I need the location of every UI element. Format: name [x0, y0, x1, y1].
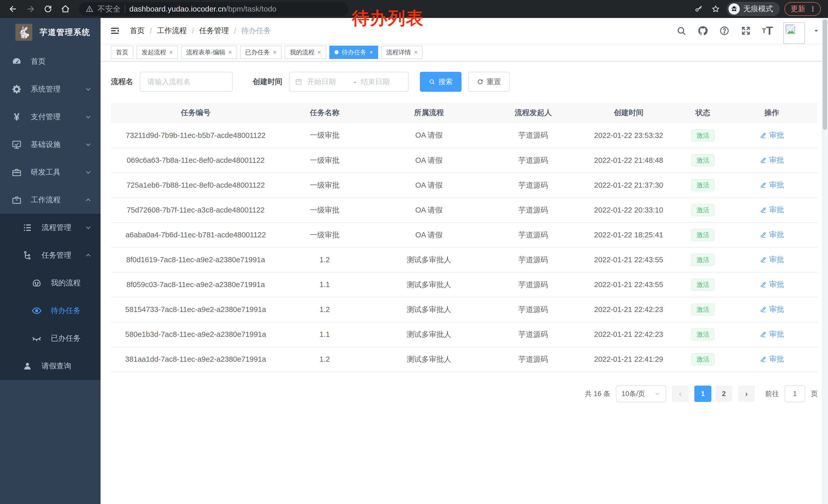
date-range-picker[interactable]: 开始日期 - 结束日期 — [289, 72, 409, 92]
cell-创建时间: 2022-01-21 22:42:23 — [577, 297, 680, 322]
browser-reload-icon[interactable] — [41, 2, 55, 16]
page-size-select[interactable]: 10条/页 — [616, 385, 666, 402]
tab-已办任务[interactable]: 已办任务× — [240, 46, 282, 59]
top-navbar: 首页/工作流程/任务管理/待办任务 TT — [100, 18, 828, 44]
approve-link[interactable]: 审批 — [759, 255, 784, 265]
approve-link[interactable]: 审批 — [759, 354, 784, 364]
table-row: a6aba0a4-7b6d-11ec-b781-acde48001122一级审批… — [111, 223, 818, 247]
browser-menu-kebab-icon[interactable] — [810, 6, 816, 12]
sidebar-item-我的流程[interactable]: 我的流程 — [0, 269, 100, 297]
sidebar-item-已办任务[interactable]: 已办任务 — [0, 325, 100, 352]
tab-close-icon[interactable]: × — [414, 49, 418, 55]
cell-status: 激活 — [680, 297, 726, 322]
goto-page-input[interactable] — [785, 385, 805, 402]
sidebar-item-label: 任务管理 — [42, 250, 71, 261]
page-button-2[interactable]: 2 — [715, 385, 732, 402]
github-icon[interactable] — [697, 25, 708, 36]
search-icon[interactable] — [676, 25, 687, 36]
avatar-caret-icon[interactable] — [813, 28, 819, 34]
cell-任务编号: 73211d9d-7b9b-11ec-b5b7-acde48001122 — [111, 123, 280, 148]
tab-close-icon[interactable]: × — [318, 49, 321, 55]
approve-link[interactable]: 审批 — [759, 130, 784, 140]
approve-link[interactable]: 审批 — [759, 155, 784, 165]
approve-link[interactable]: 审批 — [759, 180, 784, 190]
sidebar-item-任务管理[interactable]: 任务管理 — [0, 241, 100, 269]
filter-bar: 流程名 创建时间 开始日期 - 结束日期 搜索 — [111, 72, 818, 92]
sidebar-item-label: 流程管理 — [42, 223, 71, 233]
sidebar-collapse-icon[interactable] — [109, 25, 121, 36]
approve-link[interactable]: 审批 — [759, 304, 784, 315]
chevron-down-icon — [85, 113, 92, 121]
approve-link[interactable]: 审批 — [759, 205, 784, 215]
cell-status: 激活 — [680, 247, 726, 272]
breadcrumb-item-任务管理[interactable]: 任务管理 — [199, 26, 229, 36]
scrollbar[interactable] — [822, 18, 828, 504]
tab-首页[interactable]: 首页 — [111, 46, 133, 59]
sidebar-item-基础设施[interactable]: 基础设施 — [0, 131, 100, 158]
approve-link[interactable]: 审批 — [759, 230, 784, 240]
tab-流程详情[interactable]: 流程详情× — [381, 46, 423, 59]
browser-home-icon[interactable] — [58, 2, 73, 16]
total-count: 共 16 条 — [585, 389, 610, 398]
sidebar-item-请假查询[interactable]: 请假查询 — [0, 352, 100, 380]
approve-link[interactable]: 审批 — [759, 279, 784, 290]
cell-任务编号: 8f059c03-7ac8-11ec-a9e2-a2380e71991a — [111, 272, 280, 297]
table-row: 725a1eb6-7b88-11ec-8ef0-acde48001122一级审批… — [111, 173, 818, 198]
reset-button[interactable]: 重置 — [468, 72, 510, 92]
sidebar-item-工作流程[interactable]: 工作流程 — [0, 186, 100, 214]
cell-所属流程: OA 请假 — [369, 223, 489, 247]
tab-label: 已办任务 — [245, 48, 270, 56]
browser-forward-icon[interactable] — [23, 2, 38, 16]
sidebar-item-研发工具[interactable]: 研发工具 — [0, 158, 100, 186]
scrollbar-thumb[interactable] — [823, 19, 827, 130]
cell-任务编号: 069c6a63-7b8a-11ec-8ef0-acde48001122 — [111, 148, 280, 173]
bookmark-star-icon[interactable] — [709, 3, 722, 15]
help-icon[interactable] — [719, 25, 730, 36]
edit-pencil-icon — [759, 231, 767, 238]
cell-任务名称: 1.1 — [280, 272, 369, 297]
cell-任务名称: 一级审批 — [280, 198, 369, 223]
password-key-icon[interactable] — [693, 3, 705, 15]
cell-status: 激活 — [680, 148, 726, 173]
browser-back-icon[interactable] — [6, 2, 20, 16]
table-row: 069c6a63-7b8a-11ec-8ef0-acde48001122一级审批… — [111, 148, 818, 173]
search-button[interactable]: 搜索 — [420, 72, 461, 92]
cell-action: 审批 — [726, 297, 818, 322]
breadcrumb-item-工作流程[interactable]: 工作流程 — [157, 26, 187, 36]
tab-待办任务[interactable]: 待办任务× — [329, 46, 378, 59]
avatar[interactable] — [783, 22, 805, 44]
cell-status: 激活 — [680, 322, 726, 347]
cell-所属流程: OA 请假 — [369, 173, 489, 198]
sidebar-item-待办任务[interactable]: 待办任务 — [0, 297, 100, 325]
url-bar[interactable]: 不安全 dashboard.yudao.iocoder.cn/bpm/task/… — [79, 2, 348, 16]
tab-close-icon[interactable]: × — [228, 49, 232, 55]
search-button-icon — [429, 79, 435, 85]
sidebar-item-首页[interactable]: 首页 — [0, 48, 100, 75]
breadcrumb-separator: / — [234, 27, 236, 35]
eye-icon — [31, 305, 43, 317]
column-header-任务名称: 任务名称 — [280, 102, 369, 123]
cell-流程发起人: 芋道源码 — [489, 148, 577, 173]
tab-close-icon[interactable]: × — [273, 49, 277, 55]
sidebar-item-流程管理[interactable]: 流程管理 — [0, 214, 100, 241]
page-button-1[interactable]: 1 — [694, 385, 711, 402]
security-warning-icon — [86, 5, 93, 13]
process-name-input[interactable] — [140, 72, 233, 92]
browser-update-button[interactable]: 更新 — [784, 2, 821, 16]
next-page-button[interactable]: › — [738, 385, 755, 402]
sidebar-item-支付管理[interactable]: ¥支付管理 — [0, 103, 100, 131]
breadcrumb-item-首页[interactable]: 首页 — [130, 26, 145, 36]
tab-close-icon[interactable]: × — [169, 49, 173, 55]
tab-发起流程[interactable]: 发起流程× — [136, 46, 178, 59]
sidebar-item-系统管理[interactable]: 系统管理 — [0, 75, 100, 103]
eye-closed-icon — [31, 332, 43, 344]
tab-我的流程[interactable]: 我的流程× — [285, 46, 326, 59]
tab-流程表单-编辑[interactable]: 流程表单-编辑× — [181, 46, 237, 59]
font-size-icon[interactable]: TT — [762, 25, 773, 36]
tab-close-icon[interactable]: × — [369, 49, 373, 55]
cell-创建时间: 2022-01-21 22:43:55 — [577, 272, 680, 297]
prev-page-button[interactable]: ‹ — [672, 385, 689, 402]
fullscreen-icon[interactable] — [740, 25, 752, 36]
approve-link[interactable]: 审批 — [759, 329, 784, 339]
brand: 🐇 芋道管理系统 — [0, 18, 100, 47]
